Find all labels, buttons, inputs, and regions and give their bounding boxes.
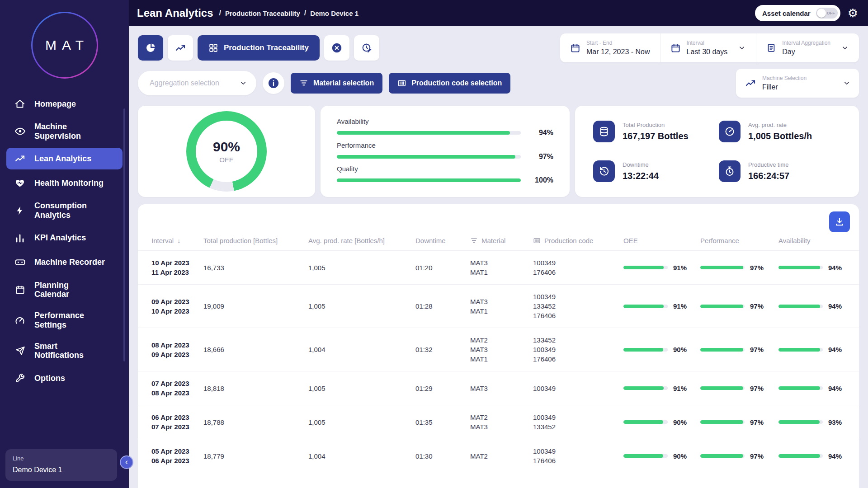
interval-aggregation-text: Interval Aggregation Day [782,40,830,56]
column-downtime[interactable]: Downtime [415,237,470,244]
sidebar-item-label: Planning Calendar [34,281,69,299]
bar-chart-icon [14,232,26,244]
sidebar-item-label: Lean Analytics [34,154,91,164]
table-header: Interval↓ Total production [Bottles] Avg… [138,232,859,250]
breadcrumb-item[interactable]: Production Traceability [225,9,300,17]
availability-bar [337,131,521,135]
chevron-down-icon [841,44,849,52]
availability-cell: 93% [778,418,854,426]
line-chart-view-button[interactable] [168,35,193,61]
performance-cell: 97% [700,452,778,460]
column-oee[interactable]: OEE [623,237,700,244]
gear-icon[interactable]: ⚙ [848,6,858,20]
sidebar-item-smart-notifications[interactable]: Smart Notifications [6,337,123,365]
total-cell: 19,009 [203,302,308,310]
machine-settings-view-button[interactable] [354,35,379,61]
machine-selection-dropdown[interactable]: Machine Selection Filler [736,69,859,98]
sidebar-item-kpi-analytics[interactable]: KPI Analytics [6,227,123,249]
pie-chart-view-button[interactable] [138,35,163,61]
availability-bar-fill [778,266,820,269]
oee-value: 90% [213,139,240,155]
sidebar-item-lean-analytics[interactable]: Lean Analytics [6,148,123,169]
performance-cell: 97% [700,302,778,310]
sidebar-item-options[interactable]: Options [6,367,123,389]
oee-bar-fill [623,348,663,352]
productive-time-value: 166:24:57 [748,171,789,181]
toolbar-row-1: Production Traceability Start - End Mar … [138,33,859,62]
table-row: 09 Apr 2023 10 Apr 2023 19,009 1,005 01:… [138,284,859,328]
table-row: 05 Apr 2023 06 Apr 2023 18,779 1,004 01:… [138,439,859,473]
production-code-selection-button[interactable]: Production code selection [389,73,510,94]
interval-value: Last 30 days [687,48,728,56]
asset-calendar-toggle[interactable]: OFF [816,8,838,19]
avg-prod-rate-value: 1,005 Bottles/h [748,131,812,141]
column-total-production[interactable]: Total production [Bottles] [203,237,308,244]
column-avg-prod-rate[interactable]: Avg. prod. rate [Bottles/h] [308,237,415,244]
interval-select[interactable]: Interval Last 30 days [660,33,756,62]
sidebar-scrollbar[interactable] [123,108,125,361]
sidebar-item-health-monitoring[interactable]: Health Monitoring [6,172,123,194]
sidebar-item-planning-calendar[interactable]: Planning Calendar [6,276,123,304]
grid-icon [208,43,218,53]
toggle-knob [817,9,826,18]
material-cell: MAT2 MAT3 MAT1 [470,335,533,364]
line-selector-card[interactable]: Line Demo Device 1 [5,449,117,481]
column-interval[interactable]: Interval↓ [151,237,203,244]
material-selection-button[interactable]: Material selection [291,73,382,94]
rate-cell: 1,005 [308,264,415,272]
oee-cell: 90% [623,418,700,426]
aggregation-selection-placeholder: Aggregation selection [150,79,219,87]
toolbar-row-2: Aggregation selection Material selection… [138,69,859,98]
production-code-selection-label: Production code selection [411,79,502,87]
interval-text: Interval Last 30 days [687,40,728,56]
material-cell: MAT3 [470,384,533,393]
downtime-cell: 01:28 [415,302,470,310]
traceability-table-card: Interval↓ Total production [Bottles] Avg… [138,204,859,488]
aggregation-selection-dropdown[interactable]: Aggregation selection [138,71,256,95]
performance-cell: 97% [700,264,778,272]
info-button[interactable] [263,72,284,94]
rate-cell: 1,005 [308,385,415,392]
sidebar-item-machine-supervision[interactable]: Machine Supervision [6,117,123,145]
column-production-code[interactable]: Production code [533,237,623,244]
speedometer-icon [719,121,741,142]
column-performance[interactable]: Performance [700,237,778,244]
download-button[interactable] [829,211,850,232]
table-row: 06 Apr 2023 07 Apr 2023 18,788 1,005 01:… [138,405,859,439]
heart-icon [14,177,26,189]
material-icon [470,237,478,244]
column-availability[interactable]: Availability [778,237,854,244]
avg-prod-rate-stat: Avg. prod. rate 1,005 Bottles/h [719,121,841,142]
interval-cell: 07 Apr 2023 08 Apr 2023 [151,379,203,398]
availability-cell: 94% [778,385,854,392]
quality-bar-fill [337,178,521,182]
production-traceability-button[interactable]: Production Traceability [198,35,320,61]
breadcrumb-item[interactable]: Demo Device 1 [310,9,359,17]
chevron-down-icon [738,44,746,52]
production-code-cell: 100349 133452 [533,413,623,432]
availability-bar-fill [778,454,820,458]
sidebar-nav: Homepage Machine Supervision Lean Analyt… [0,93,129,389]
date-range-picker[interactable]: Start - End Mar 12, 2023 - Now [560,33,660,62]
chevron-down-icon [843,79,851,87]
sidebar-item-consumption-analytics[interactable]: Consumption Analytics [6,197,123,224]
kpi-row: 90% OEE Availability 94% Performance [138,106,859,197]
sidebar-item-label: Homepage [34,99,76,109]
top-bar-actions: Asset calendar OFF ⚙ [755,5,858,21]
stops-view-button[interactable] [324,35,349,61]
availability-bar-fill [337,131,510,135]
sidebar-item-machine-recorder[interactable]: Machine Recorder [6,252,123,273]
oee-bar-fill [623,266,664,269]
interval-aggregation-select[interactable]: Interval Aggregation Day [756,33,859,62]
sidebar-item-performance-settings[interactable]: Performance Settings [6,306,123,334]
toggle-state-label: OFF [827,11,835,15]
productive-time-label: Productive time [748,161,789,168]
line-value: Demo Device 1 [13,466,110,474]
sidebar-collapse-button[interactable]: ‹ [120,455,133,469]
availability-value: 94% [530,129,553,137]
total-cell: 16,733 [203,264,308,272]
sort-desc-icon[interactable]: ↓ [177,237,180,244]
asset-calendar-pill[interactable]: Asset calendar OFF [755,5,840,21]
column-material[interactable]: Material [470,237,533,244]
sidebar-item-homepage[interactable]: Homepage [6,93,123,115]
